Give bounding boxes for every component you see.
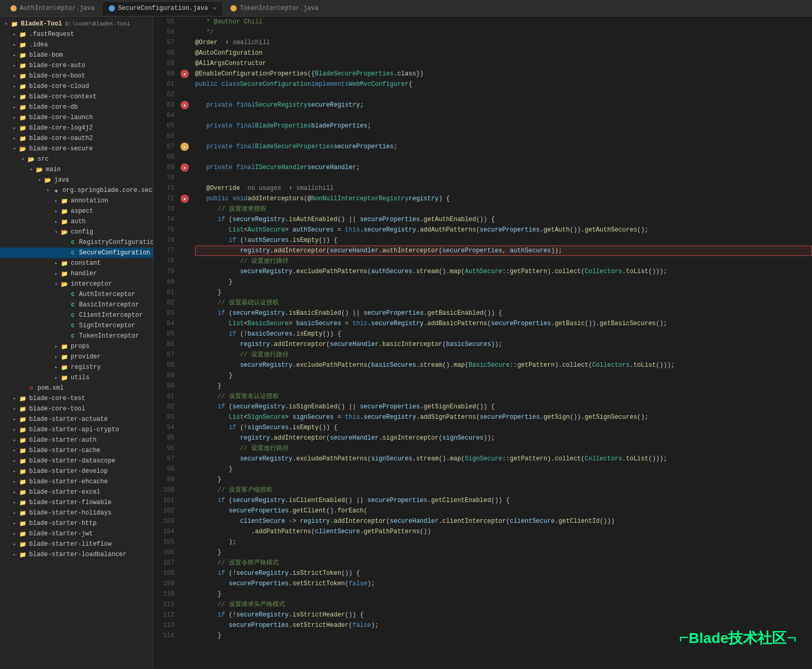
code-line: // 设置放行路径 [195, 443, 812, 454]
line-number: 58 [153, 48, 174, 58]
tab-secure-configuration[interactable]: SecureConfiguration.java ✕ [102, 1, 223, 16]
sidebar-item-src[interactable]: ▾ 📂 src [0, 154, 153, 164]
line-number: 107 [153, 558, 174, 568]
gutter: ●●●●● [178, 17, 191, 669]
sidebar-item-blade-starter-holidays[interactable]: ▸ 📁 blade-starter-holidays [0, 508, 153, 518]
sidebar-label: provider [71, 353, 101, 361]
sidebar-item-auth-interceptor[interactable]: C AuthInterceptor [0, 289, 153, 300]
sidebar-item-aspect[interactable]: ▸ 📁 aspect [0, 206, 153, 216]
line-number: 109 [153, 578, 174, 589]
gutter-icon[interactable]: ● [181, 143, 189, 151]
sidebar-item-utils[interactable]: ▸ 📁 utils [0, 372, 153, 383]
line-number: 103 [153, 516, 174, 526]
sidebar-item-blade-core-tool[interactable]: ▸ 📁 blade-core-tool [0, 404, 153, 414]
sidebar-item-blade-core-boot[interactable]: ▸ 📁 blade-core-boot [0, 71, 153, 81]
sidebar-item-blade-starter-develop[interactable]: ▸ 📁 blade-starter-develop [0, 466, 153, 477]
code-line: private final ISecureHandler secureHandl… [195, 162, 812, 173]
sidebar-item-blade-bom[interactable]: ▸ 📁 blade-bom [0, 50, 153, 60]
line-number: 86 [153, 339, 174, 350]
sidebar-item-blade-starter-api-crypto[interactable]: ▸ 📁 blade-starter-api-crypto [0, 424, 153, 435]
sidebar-item-auth[interactable]: ▸ 📁 auth [0, 216, 153, 227]
sidebar-item-blade-core-context[interactable]: ▸ 📁 blade-core-context [0, 92, 153, 102]
sidebar-item-client-interceptor[interactable]: C ClientInterceptor [0, 310, 153, 320]
sidebar-item-sign-interceptor[interactable]: C SignInterceptor [0, 320, 153, 331]
sidebar-item-blade-core-secure[interactable]: ▾ 📂 blade-core-secure [0, 144, 153, 154]
folder-open-icon: 📂 [35, 166, 44, 173]
sidebar-item-fastRequest[interactable]: ▸ 📁 .fastRequest [0, 29, 153, 40]
sidebar-item-blade-core-cloud[interactable]: ▸ 📁 blade-core-cloud [0, 81, 153, 92]
sidebar-item-blade-starter-cache[interactable]: ▸ 📁 blade-starter-cache [0, 445, 153, 456]
line-number: 114 [153, 631, 174, 641]
code-line: } [195, 287, 812, 298]
sidebar-item-blade-starter-http[interactable]: ▸ 📁 blade-starter-http [0, 518, 153, 529]
sidebar-item-blade-starter-auth[interactable]: ▸ 📁 blade-starter-auth [0, 435, 153, 445]
sidebar-item-blade-starter-flowable[interactable]: ▸ 📁 blade-starter-flowable [0, 497, 153, 508]
chevron-right-icon: ▸ [10, 73, 19, 79]
sidebar-item-pom[interactable]: m pom.xml [0, 383, 153, 393]
sidebar-item-idea[interactable]: ▸ 📁 .idea [0, 40, 153, 50]
line-number: 90 [153, 381, 174, 391]
code-line: @Order ⬇ smallchill [195, 37, 812, 48]
gutter-icon[interactable]: ● [181, 70, 189, 78]
sidebar-item-basic-interceptor[interactable]: C BasicInterceptor [0, 300, 153, 310]
sidebar-item-interceptor[interactable]: ▾ 📂 interceptor [0, 279, 153, 289]
line-number: 67 [153, 141, 174, 152]
sidebar-item-blade-core-launch[interactable]: ▸ 📁 blade-core-launch [0, 112, 153, 123]
folder-icon: 📁 [19, 479, 27, 485]
sidebar-item-registry[interactable]: ▸ 📁 registry [0, 362, 153, 372]
sidebar-item-blade-core-auto[interactable]: ▸ 📁 blade-core-auto [0, 60, 153, 71]
sidebar-item-blade-core-oauth2[interactable]: ▸ 📁 blade-core-oauth2 [0, 133, 153, 144]
sidebar-item-blade-starter-excel[interactable]: ▸ 📁 blade-starter-excel [0, 487, 153, 497]
sidebar-label: blade-starter-develop [29, 468, 108, 475]
sidebar-item-handler[interactable]: ▸ 📁 handler [0, 268, 153, 279]
sidebar-item-blade-starter-actuate[interactable]: ▸ 📁 blade-starter-actuate [0, 414, 153, 424]
code-line: private final BladeProperties bladePrope… [195, 121, 812, 131]
sidebar-item-constant[interactable]: ▸ 📁 constant [0, 258, 153, 268]
sidebar-item-main[interactable]: ▾ 📂 main [0, 164, 153, 175]
sidebar-label: SecureConfiguration [79, 249, 150, 256]
sidebar-item-bladex-tool[interactable]: ▾ 📁 BladeX-Tool D:\code\BladeX-Tool [0, 19, 153, 29]
sidebar-item-blade-core-log4j2[interactable]: ▸ 📁 blade-core-log4j2 [0, 123, 153, 133]
code-content[interactable]: * @author Chill */@Order ⬇ smallchill@Au… [191, 17, 812, 669]
sidebar-label: blade-starter-actuate [29, 416, 108, 423]
tab-auth-interceptor[interactable]: AuthInterceptor.java [4, 1, 101, 16]
folder-icon: 📁 [19, 541, 27, 548]
sidebar-item-blade-starter-datascope[interactable]: ▸ 📁 blade-starter-datascope [0, 456, 153, 466]
sidebar-label: ClientInterceptor [79, 312, 143, 319]
folder-open-icon: 📂 [60, 229, 69, 236]
sidebar-item-props[interactable]: ▸ 📁 props [0, 341, 153, 352]
folder-icon: 📁 [60, 271, 69, 277]
sidebar-item-config[interactable]: ▾ 📂 config [0, 227, 153, 237]
gutter-icon[interactable]: ● [181, 163, 189, 172]
code-line: // 设置放行路径 [195, 350, 812, 360]
line-number: 101 [153, 495, 174, 506]
sidebar-item-registry-config[interactable]: C RegistryConfiguration [0, 237, 153, 248]
watermark-bracket-right: ¬ [787, 628, 796, 647]
sidebar-item-package[interactable]: ▾ ◈ org.springblade.core.secure [0, 185, 153, 196]
line-number: 65 [153, 121, 174, 131]
chevron-right-icon: ▸ [10, 489, 19, 495]
chevron-right-icon: ▸ [10, 541, 19, 547]
gutter-icon[interactable]: ● [181, 101, 189, 109]
folder-icon: 📁 [19, 499, 27, 506]
code-line: if (!signSecures.isEmpty()) { [195, 422, 812, 433]
sidebar-item-token-interceptor[interactable]: C TokenInterceptor [0, 331, 153, 341]
sidebar-label: blade-core-launch [29, 114, 93, 121]
sidebar-item-blade-starter-liteflow[interactable]: ▸ 📁 blade-starter-liteflow [0, 539, 153, 549]
folder-icon: 📁 [19, 406, 27, 413]
sidebar-label: utils [71, 374, 89, 381]
tab-bar: AuthInterceptor.java SecureConfiguration… [0, 0, 812, 17]
sidebar-item-blade-starter-jwt[interactable]: ▸ 📁 blade-starter-jwt [0, 529, 153, 539]
tab-close-secure[interactable]: ✕ [213, 5, 216, 11]
sidebar-item-provider[interactable]: ▸ 📁 provider [0, 352, 153, 362]
sidebar-item-java[interactable]: ▾ 📂 java [0, 175, 153, 185]
sidebar-item-blade-core-db[interactable]: ▸ 📁 blade-core-db [0, 102, 153, 112]
sidebar-item-secure-config[interactable]: C SecureConfiguration [0, 248, 153, 258]
chevron-right-icon: ▸ [10, 447, 19, 454]
sidebar-item-blade-starter-loadbalancer[interactable]: ▸ 📁 blade-starter-loadbalancer [0, 549, 153, 560]
sidebar-item-blade-core-test[interactable]: ▸ 📁 blade-core-test [0, 393, 153, 404]
sidebar-item-annotation[interactable]: ▸ 📁 annotation [0, 196, 153, 206]
tab-token-interceptor[interactable]: TokenInterceptor.java [224, 1, 325, 16]
gutter-icon[interactable]: ● [181, 195, 189, 203]
sidebar-item-blade-starter-ehcache[interactable]: ▸ 📁 blade-starter-ehcache [0, 477, 153, 487]
